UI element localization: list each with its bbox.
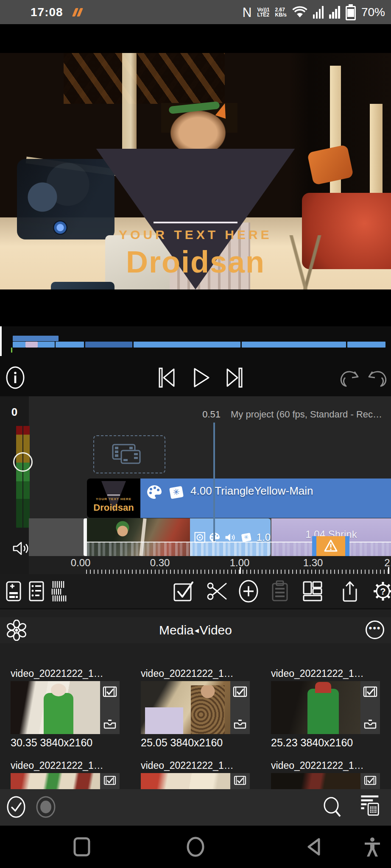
title-overlay-name-text: Droidsan <box>0 245 391 279</box>
thumb-name-text: Droidsan <box>87 502 140 513</box>
video-preview[interactable]: YOUR TEXT HERE Droidsan <box>0 53 391 289</box>
home-button[interactable] <box>186 837 205 857</box>
sort-list-button[interactable] <box>358 794 380 816</box>
overview-segment <box>242 342 346 348</box>
media-panel: Media◂Video ••• video_20221222_1… 30.35 … <box>0 608 391 789</box>
accessibility-button[interactable] <box>363 837 382 858</box>
gain-knob[interactable] <box>13 452 33 472</box>
record-button[interactable] <box>35 796 57 818</box>
thumb-small-text: YOUR TEXT HERE <box>87 497 140 501</box>
overview-segment <box>347 342 385 348</box>
tray-icon <box>233 718 247 729</box>
film-used-icon <box>103 686 117 699</box>
media-thumbnail <box>11 773 120 791</box>
playhead-position: 0.51 <box>161 409 221 420</box>
media-tile[interactable]: video_20221222_1… 30.35 3840x2160 <box>11 668 120 749</box>
audio-meter-floor <box>16 499 22 528</box>
add-clip-button[interactable] <box>3 580 25 602</box>
recents-button[interactable] <box>73 837 91 857</box>
media-file-name: video_20221222_1… <box>271 668 380 679</box>
media-tile[interactable]: video_20221222_1… <box>11 760 120 791</box>
ruler-label: 1.30 <box>294 557 332 569</box>
clip-info-button[interactable] <box>25 580 47 602</box>
info-button[interactable] <box>3 366 27 389</box>
settings-help-button[interactable]: ? <box>372 580 391 602</box>
timeline-gutter: 0 <box>0 396 29 574</box>
timeline-playhead[interactable] <box>213 423 215 541</box>
timeline-panel: 0 0.51 My project (60 fps, Standard - Re… <box>0 396 391 574</box>
cut-button[interactable] <box>206 580 228 602</box>
project-title[interactable]: My project (60 fps, Standard - Rec… <box>231 409 387 420</box>
title-overlay-small-text: YOUR TEXT HERE <box>0 228 391 242</box>
share-button[interactable] <box>339 580 361 602</box>
media-tile[interactable]: video_20221222_1… <box>271 760 380 791</box>
clock: 17:08 <box>31 6 63 19</box>
effects-icon: ✳ <box>168 484 185 501</box>
skip-to-start-button[interactable] <box>155 366 179 389</box>
breadcrumb-media: Media <box>159 623 194 637</box>
back-button[interactable] <box>304 837 323 857</box>
media-thumbnail <box>141 773 250 791</box>
svg-text:?: ? <box>380 586 385 597</box>
select-button[interactable] <box>173 580 195 602</box>
signal-bars-sim2-icon <box>329 6 340 19</box>
media-tile[interactable]: video_20221222_1… 25.23 3840x2160 <box>271 668 380 749</box>
search-button[interactable] <box>321 796 344 818</box>
gain-value: 0 <box>0 406 29 419</box>
audio-waveform <box>87 542 190 556</box>
app-screen: 17:08 N Vo))1LTE2 2.67KB/s 70% <box>0 0 391 868</box>
speaker-icon[interactable] <box>12 540 31 556</box>
warning-triangle-icon <box>324 540 338 552</box>
overview-segment <box>56 342 84 348</box>
media-file-name: video_20221222_1… <box>11 760 120 771</box>
media-header: Media◂Video ••• <box>0 617 391 643</box>
media-file-name: video_20221222_1… <box>11 668 120 679</box>
preview-case <box>51 282 115 289</box>
play-button[interactable] <box>190 366 213 389</box>
media-breadcrumb[interactable]: Media◂Video <box>0 623 391 637</box>
title-clip[interactable]: ✳ 4.00 TriangleYellow-Main <box>140 479 391 518</box>
ruler-ticks <box>86 570 391 574</box>
skip-to-end-button[interactable] <box>222 366 246 389</box>
time-ruler[interactable]: 0.00 0.30 1.00 1.30 2.0 <box>29 556 391 574</box>
title-divider-line <box>154 222 237 223</box>
overview-segment <box>13 342 25 348</box>
film-used-icon <box>103 776 116 787</box>
transport-bar <box>0 358 391 396</box>
timeline-overview[interactable] <box>0 326 391 358</box>
overview-segment <box>13 336 59 341</box>
media-more-button[interactable]: ••• <box>366 620 384 639</box>
select-mode-button[interactable] <box>5 796 27 818</box>
add-button[interactable] <box>237 580 260 602</box>
frame-strip-button[interactable] <box>49 580 71 602</box>
breadcrumb-video: Video <box>200 623 232 637</box>
ruler-label: 0.30 <box>141 557 179 569</box>
redo-button[interactable] <box>366 366 389 389</box>
title-track: YOUR TEXT HERE Droidsan ✳ 4.00 TriangleY… <box>87 479 391 518</box>
media-tile[interactable]: video_20221222_1… 25.05 3840x2160 <box>141 668 250 749</box>
media-thumbnail <box>271 773 380 791</box>
thumb-line <box>107 495 120 495</box>
overview-playhead[interactable] <box>0 326 2 356</box>
film-used-icon <box>233 686 247 699</box>
film-used-icon <box>234 776 246 787</box>
media-action-bar <box>0 789 391 826</box>
drop-zone[interactable] <box>93 435 165 473</box>
warning-segment[interactable] <box>316 536 345 556</box>
undo-button[interactable] <box>338 366 361 389</box>
preview-lattice-backdrop <box>64 53 225 104</box>
paste-attributes-button[interactable] <box>269 580 291 602</box>
breadcrumb-separator-icon: ◂ <box>194 626 200 635</box>
battery-percent: 70% <box>361 6 385 19</box>
film-used-icon <box>364 776 377 787</box>
layout-button[interactable] <box>302 580 324 602</box>
ruler-label: 0.00 <box>61 557 100 569</box>
media-file-name: video_20221222_1… <box>141 760 250 771</box>
palette-icon <box>146 484 162 500</box>
nfc-icon: N <box>243 5 252 20</box>
tray-icon <box>103 718 117 729</box>
android-nav-bar <box>0 826 391 868</box>
title-clip-thumbnail[interactable]: YOUR TEXT HERE Droidsan <box>87 479 140 518</box>
media-tile[interactable]: video_20221222_1… <box>141 760 250 791</box>
media-thumbnail <box>11 681 120 734</box>
